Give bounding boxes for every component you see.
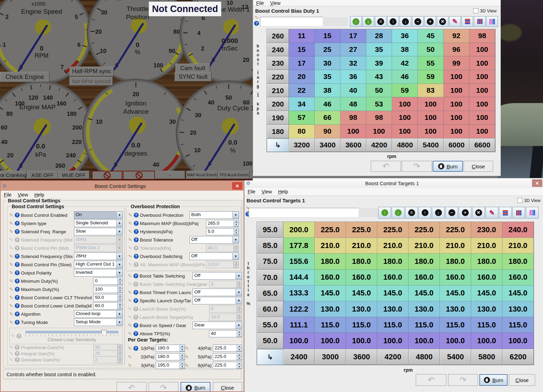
- table-cell[interactable]: 17: [340, 29, 366, 43]
- table-cell[interactable]: 100.0: [377, 333, 409, 349]
- table-cell[interactable]: 100: [444, 84, 469, 98]
- table-cell[interactable]: 115.0: [502, 317, 534, 333]
- y-axis-cell[interactable]: 180: [267, 125, 289, 138]
- table-cell[interactable]: 34: [289, 97, 315, 111]
- scale-down-button[interactable]: ↓: [400, 16, 411, 27]
- spinner-up-icon[interactable]: ▲: [180, 354, 185, 357]
- table-cell[interactable]: 111.1: [283, 317, 315, 333]
- x-axis-cell[interactable]: 3600: [340, 138, 366, 152]
- edit-pencil-icon[interactable]: ✎: [128, 346, 132, 351]
- burn-button[interactable]: Burn: [479, 374, 508, 386]
- table-cell[interactable]: 100: [366, 125, 392, 138]
- select-algorithm[interactable]: Closed-loop▼: [74, 310, 123, 318]
- edit-pencil-icon[interactable]: ✎: [128, 355, 132, 359]
- table-cell[interactable]: 177.8: [283, 238, 315, 254]
- y-axis-cell[interactable]: 75.0: [257, 254, 283, 269]
- gradient-fill-button[interactable]: [526, 207, 539, 219]
- close-window-button[interactable]: ✕: [232, 182, 242, 190]
- edit-pencil-icon[interactable]: ✎: [128, 298, 132, 303]
- interp-vertical-button[interactable]: [474, 16, 486, 27]
- spinner-arrows[interactable]: ▲▼: [117, 294, 122, 301]
- help-icon[interactable]: ?: [134, 229, 139, 234]
- table-cell[interactable]: 40: [340, 84, 366, 98]
- menu-file[interactable]: File: [253, 0, 267, 6]
- y-axis-cell[interactable]: 50.0: [257, 333, 283, 349]
- nudge-up-button[interactable]: ↑: [350, 16, 362, 27]
- select-output-polarity[interactable]: Inverted▼: [74, 269, 123, 277]
- table-cell[interactable]: 130.0: [440, 301, 471, 317]
- spinner-maximum-map-boost-kpa-[interactable]: 265.0▲▼: [206, 220, 239, 227]
- table-cell[interactable]: 100: [469, 56, 495, 70]
- y-axis-cell[interactable]: 60.0: [257, 301, 283, 317]
- table-cell[interactable]: 180.0: [377, 254, 409, 269]
- table-cell[interactable]: 100: [418, 97, 444, 111]
- spinner-down-icon[interactable]: ▼: [118, 306, 122, 309]
- table-cell[interactable]: 100.0: [440, 333, 471, 349]
- table-cell[interactable]: 130.0: [409, 301, 440, 317]
- redo-button[interactable]: ↷: [402, 161, 432, 172]
- edit-pencil-icon[interactable]: ✎: [128, 290, 132, 295]
- help-icon[interactable]: ?: [134, 213, 139, 217]
- table-cell[interactable]: 100: [444, 125, 469, 138]
- spinner-up-icon[interactable]: ▲: [237, 362, 242, 366]
- select-boost-control-enabled[interactable]: On▼: [74, 211, 123, 219]
- table-cell[interactable]: 98: [340, 111, 366, 125]
- table-cell[interactable]: 210.0: [440, 238, 471, 254]
- help-icon[interactable]: ?: [15, 295, 20, 300]
- table-cell[interactable]: 210.0: [377, 238, 409, 254]
- spinner-minimum-duty-[interactable]: 0▲▼: [93, 278, 123, 285]
- table-cell[interactable]: 30: [315, 56, 340, 70]
- table-cell[interactable]: 180.0: [440, 254, 471, 269]
- decrement-button[interactable]: −: [445, 207, 458, 219]
- table-cell[interactable]: 53: [366, 97, 392, 111]
- edit-button[interactable]: ✎: [486, 207, 498, 219]
- select-solenoid-frequency-slow-[interactable]: 26Hz▼: [74, 253, 123, 260]
- table-cell[interactable]: 15: [289, 43, 315, 57]
- table-cell[interactable]: 133.3: [283, 285, 315, 301]
- table-cell[interactable]: 36: [340, 70, 366, 84]
- menu-file[interactable]: File: [245, 189, 259, 194]
- edit-pencil-icon[interactable]: ✎: [128, 323, 132, 328]
- table-cell[interactable]: 100.0: [315, 333, 346, 349]
- help-icon[interactable]: ?: [15, 262, 20, 267]
- spinner-1-kpa-[interactable]: 180.0▲▼: [156, 345, 185, 352]
- axis-corner-cell[interactable]: ↳: [257, 349, 283, 365]
- table-cell[interactable]: 32: [340, 56, 366, 70]
- y-axis-cell[interactable]: 85.0: [257, 238, 283, 254]
- redo-button[interactable]: ↷: [448, 374, 478, 386]
- table-cell[interactable]: 160.0: [409, 270, 440, 285]
- spinner-up-icon[interactable]: ▲: [237, 354, 242, 357]
- table-cell[interactable]: 80: [289, 125, 315, 138]
- spinner-5-kpa-[interactable]: 225.0▲▼: [213, 353, 242, 360]
- y-axis-cell[interactable]: 220: [267, 70, 289, 84]
- edit-pencil-icon[interactable]: ✎: [9, 320, 13, 325]
- x-axis-cell[interactable]: 3400: [315, 138, 340, 152]
- spinner-up-icon[interactable]: ▲: [118, 294, 122, 298]
- menu-help[interactable]: Help: [31, 192, 47, 198]
- table-cell[interactable]: 38: [392, 43, 418, 57]
- edit-pencil-icon[interactable]: ✎: [9, 213, 13, 217]
- table-cell[interactable]: 38: [315, 84, 340, 98]
- spinner-up-icon[interactable]: ▲: [234, 220, 239, 224]
- interp-vertical-button[interactable]: [512, 207, 525, 219]
- table-cell[interactable]: 100: [469, 84, 495, 98]
- edit-pencil-icon[interactable]: ✎: [128, 363, 132, 368]
- table-cell[interactable]: 17: [289, 56, 315, 70]
- 3d-view-checkbox[interactable]: 3D View: [517, 198, 541, 203]
- table-cell[interactable]: 122.2: [283, 301, 315, 317]
- table-cell[interactable]: 160.0: [346, 270, 377, 285]
- x-axis-cell[interactable]: 2400: [283, 349, 315, 365]
- help-icon[interactable]: ?: [133, 346, 138, 351]
- table-cell[interactable]: 100: [444, 70, 469, 84]
- edit-pencil-icon[interactable]: ✎: [9, 221, 13, 226]
- help-icon[interactable]: ?: [15, 270, 20, 275]
- table-cell[interactable]: 144.4: [283, 270, 315, 285]
- table-cell[interactable]: 100: [444, 111, 469, 125]
- spinner-arrows[interactable]: ▲▼: [117, 278, 122, 284]
- spinner-above-tps-[interactable]: 40▲▼: [209, 330, 242, 337]
- table-cell[interactable]: 115.0: [409, 317, 440, 333]
- table-cell[interactable]: 100: [392, 125, 418, 138]
- table-cell[interactable]: 27: [340, 43, 366, 57]
- close-button[interactable]: Close: [509, 374, 535, 386]
- table-cell[interactable]: 96: [444, 43, 469, 57]
